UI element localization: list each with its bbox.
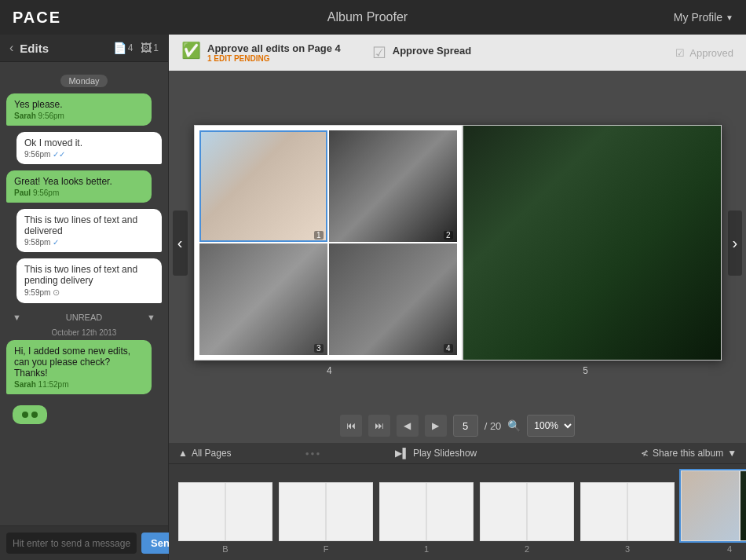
expand-icon[interactable]: ▼: [13, 313, 21, 322]
next-spread-button[interactable]: ▶: [425, 415, 447, 437]
next-page-button[interactable]: ›: [728, 210, 743, 276]
chat-input[interactable]: [6, 533, 137, 554]
thumb-page-2b: [527, 482, 574, 541]
edit-pending-text: 1 EDIT PENDING: [207, 54, 341, 63]
profile-menu[interactable]: My Profile ▼: [674, 11, 733, 24]
share-button[interactable]: ≮ Share this album ▼: [641, 448, 737, 459]
up-arrow-icon: ▲: [178, 448, 188, 459]
app-logo: PACE: [13, 9, 61, 27]
drag-handle[interactable]: ●●●: [247, 450, 380, 457]
thumb-label-1: 1: [424, 544, 429, 554]
album-photo-3[interactable]: 3: [199, 243, 327, 355]
message-text: This is two lines of text and pending de…: [24, 264, 154, 286]
thumb-spread-B[interactable]: [178, 482, 272, 541]
sidebar-header: ‹ Edits 📄 4 🖼 1: [0, 35, 168, 62]
photo-number-1: 1: [314, 231, 324, 240]
thumb-2[interactable]: 2: [480, 482, 574, 554]
all-pages-button[interactable]: ▲ All Pages: [178, 448, 232, 459]
thumb-spread-3[interactable]: [580, 482, 675, 541]
slideshow-button[interactable]: ▶▌ Play Slideshow: [395, 448, 477, 459]
message-2: Ok I moved it. 9:56pm ✓✓: [16, 132, 162, 164]
prev-page-button[interactable]: ‹: [173, 210, 188, 276]
thumb-F[interactable]: F: [279, 482, 373, 554]
share-label: Share this album: [653, 448, 723, 459]
prev-spread-button[interactable]: ◀: [397, 415, 419, 437]
thumb-spread-1[interactable]: [379, 482, 474, 541]
thumb-page-3b: [627, 482, 675, 541]
img-count: 1: [153, 42, 159, 53]
message-time: 9:56pm: [24, 150, 53, 159]
thumb-3[interactable]: 3: [580, 482, 675, 554]
page-input[interactable]: [453, 415, 478, 437]
album-page-left: 1 2 3 4: [194, 125, 463, 361]
thumb-1[interactable]: 1: [379, 482, 474, 554]
message-time: 9:56pm: [33, 188, 59, 197]
message-5: This is two lines of text and pending de…: [16, 258, 162, 303]
thumb-spread-F[interactable]: [279, 482, 373, 541]
message-author: Sarah: [14, 112, 36, 120]
approve-item-2[interactable]: ☑ Approve Spread: [372, 45, 471, 60]
img-count-item: 🖼 1: [141, 42, 159, 54]
thumb-page-1a: [379, 482, 426, 541]
message-text: Ok I moved it.: [24, 137, 154, 148]
right-page-label: 5: [583, 365, 588, 376]
drag-dots-icon: ●●●: [305, 450, 322, 457]
message-time: 9:58pm: [24, 238, 53, 247]
page-total: / 20: [485, 420, 502, 432]
message-meta: Sarah 9:56pm: [14, 112, 144, 120]
slideshow-label: Play Slideshow: [413, 448, 477, 459]
message-meta: Sarah 11:52pm: [14, 380, 144, 389]
thumb-page-b1: [178, 482, 225, 541]
checkmarks-icon: ✓: [53, 238, 59, 247]
message-meta: 9:58pm ✓: [24, 238, 154, 247]
typing-indicator: [13, 405, 47, 424]
last-page-button[interactable]: ⏭: [368, 415, 390, 437]
all-pages-label: All Pages: [192, 448, 232, 459]
thumb-page-1b: [426, 482, 474, 541]
photo-number-3: 3: [314, 344, 324, 353]
thumb-spread-2[interactable]: [480, 482, 574, 541]
share-chevron: ▼: [727, 448, 737, 459]
approve-all-text: Approve all edits on Page 4: [207, 42, 341, 54]
album-page-right[interactable]: [463, 125, 722, 361]
message-author: Sarah: [14, 380, 36, 389]
thumb-active-container: 1: [681, 470, 746, 541]
unread-divider: ▼ UNREAD ▼: [6, 309, 162, 325]
doc-count: 4: [128, 42, 133, 53]
message-1: Yes please. Sarah 9:56pm: [6, 93, 152, 126]
back-button[interactable]: ‹: [9, 41, 13, 55]
thumb-4-5[interactable]: 1 4 5: [681, 470, 746, 554]
approved-text: Approved: [689, 47, 733, 59]
typing-dot-2: [31, 412, 38, 418]
approve-item-1[interactable]: ✅ Approve all edits on Page 4 1 EDIT PEN…: [181, 42, 341, 63]
zoom-select[interactable]: 50% 75% 100% 125% 150%: [527, 415, 575, 437]
album-photo-4[interactable]: 4: [329, 243, 457, 355]
message-time: 11:52pm: [38, 380, 69, 389]
check-spread-icon: ☑: [372, 45, 386, 60]
thumb-label-3: 3: [625, 544, 630, 554]
chat-area: Monday Yes please. Sarah 9:56pm Ok I mov…: [0, 62, 168, 525]
thumb-page-4: [681, 470, 740, 541]
message-text: This is two lines of text and delivered: [24, 214, 154, 236]
filmstrip-section: ▲ All Pages ●●● ▶▌ Play Slideshow ≮ Shar…: [169, 443, 746, 560]
date-label: October 12th 2013: [6, 328, 162, 337]
approved-status: ☑ Approved: [675, 47, 733, 59]
thumb-label-4: 4: [727, 544, 732, 554]
photo-number-4: 4: [444, 344, 453, 353]
thumb-page-5: [740, 470, 746, 541]
checkmarks-icon: ✓✓: [53, 150, 65, 159]
left-page-label: 4: [327, 365, 332, 376]
message-time: 9:56pm: [38, 112, 64, 120]
thumb-spread-active[interactable]: [681, 470, 746, 541]
check-circle-icon: ✅: [181, 42, 201, 58]
first-page-button[interactable]: ⏮: [340, 415, 362, 437]
thumb-B[interactable]: B: [178, 482, 272, 554]
album-photo-1[interactable]: 1: [199, 130, 327, 242]
approve-bar: ✅ Approve all edits on Page 4 1 EDIT PEN…: [169, 35, 746, 71]
sidebar-icons: 📄 4 🖼 1: [113, 42, 159, 54]
filmstrip-controls: ▲ All Pages ●●● ▶▌ Play Slideshow ≮ Shar…: [169, 443, 746, 464]
doc-count-item: 📄 4: [113, 42, 133, 54]
album-photo-2[interactable]: 2: [329, 130, 457, 242]
approved-icon: ☑: [675, 47, 685, 59]
collapse-icon[interactable]: ▼: [147, 313, 155, 322]
